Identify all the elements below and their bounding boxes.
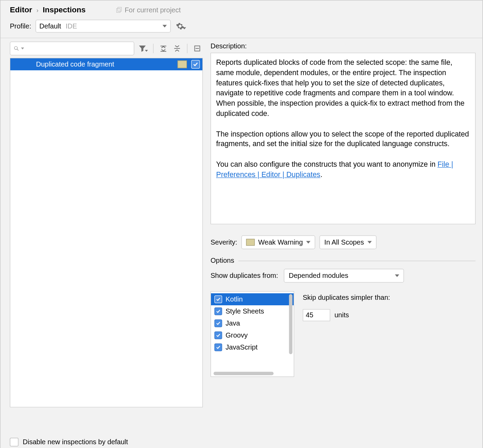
reset-button[interactable] xyxy=(192,44,202,54)
chevron-down-icon xyxy=(182,27,186,30)
description-label: Description: xyxy=(211,42,476,50)
language-label: Java xyxy=(226,319,240,327)
checkmark-icon xyxy=(216,309,221,314)
divider xyxy=(238,260,475,261)
show-duplicates-label: Show duplicates from: xyxy=(211,272,278,280)
chevron-down-icon xyxy=(395,274,400,277)
skip-label: Skip duplicates simpler than: xyxy=(303,294,390,302)
inspection-enabled-checkbox[interactable] xyxy=(191,60,200,69)
description-paragraph: The inspection options allow you to sele… xyxy=(216,129,470,149)
language-checkbox[interactable] xyxy=(214,331,222,339)
profile-select[interactable]: Default IDE xyxy=(35,20,170,33)
scope-value: In All Scopes xyxy=(324,238,364,246)
language-item[interactable]: Kotlin xyxy=(211,293,294,305)
severity-swatch xyxy=(178,60,187,68)
skip-area: Skip duplicates simpler than: units xyxy=(303,291,390,377)
svg-rect-1 xyxy=(118,7,121,11)
tree-toolbar xyxy=(10,42,203,55)
checkmark-icon xyxy=(216,321,221,326)
description-paragraph: You can also configure the constructs th… xyxy=(216,160,470,180)
inspection-tree[interactable]: Duplicated code fragment xyxy=(10,58,203,408)
show-duplicates-value: Depended modules xyxy=(289,272,348,280)
svg-rect-0 xyxy=(116,9,120,13)
checkmark-icon xyxy=(192,61,199,68)
search-input[interactable] xyxy=(10,42,134,55)
breadcrumb: Editor › Inspections For current project xyxy=(0,0,482,17)
inspection-details-column: Description: Reports duplicated blocks o… xyxy=(211,42,476,407)
severity-value: Weak Warning xyxy=(258,238,303,246)
severity-swatch xyxy=(246,239,255,246)
inspection-name: Duplicated code fragment xyxy=(36,60,173,68)
inspection-duplicated-code[interactable]: Duplicated code fragment xyxy=(10,58,202,70)
search-icon xyxy=(14,46,19,52)
language-item[interactable]: Groovy xyxy=(211,329,294,341)
reset-icon xyxy=(194,45,201,52)
checkmark-icon xyxy=(216,345,221,350)
search-text[interactable] xyxy=(26,44,130,52)
profile-label: Profile: xyxy=(10,22,31,30)
disable-new-inspections-checkbox[interactable] xyxy=(10,438,19,446)
language-checkbox[interactable] xyxy=(214,343,222,351)
language-checkbox[interactable] xyxy=(214,319,222,327)
checkmark-icon xyxy=(216,297,221,302)
scrollbar-vertical[interactable] xyxy=(289,294,293,354)
profile-badge: IDE xyxy=(66,22,77,30)
language-label: Groovy xyxy=(226,331,248,339)
language-checkbox[interactable] xyxy=(214,307,222,315)
filter-button[interactable] xyxy=(139,44,148,54)
for-current-project-label: For current project xyxy=(125,6,180,14)
disable-new-inspections-label: Disable new inspections by default xyxy=(23,438,128,446)
profile-selected: Default xyxy=(39,22,61,30)
svg-line-3 xyxy=(17,49,19,50)
chevron-down-icon xyxy=(145,49,148,52)
expand-all-button[interactable] xyxy=(159,44,168,54)
chevron-right-icon: › xyxy=(36,7,38,13)
separator xyxy=(187,44,187,54)
profile-settings-button[interactable] xyxy=(175,20,187,32)
description-box: Reports duplicated blocks of code from t… xyxy=(211,53,476,224)
language-item[interactable]: JavaScript xyxy=(211,341,294,353)
breadcrumb-editor[interactable]: Editor xyxy=(10,5,32,14)
language-label: Kotlin xyxy=(226,295,243,303)
scope-select[interactable]: In All Scopes xyxy=(320,235,377,249)
skip-units-input[interactable] xyxy=(303,309,330,321)
severity-label: Severity: xyxy=(211,238,237,246)
chevron-down-icon xyxy=(162,25,167,28)
checkmark-icon xyxy=(216,333,221,338)
breadcrumb-inspections[interactable]: Inspections xyxy=(43,5,86,14)
language-label: Style Sheets xyxy=(226,307,264,315)
chevron-down-icon xyxy=(21,47,24,50)
collapse-all-icon xyxy=(173,45,181,52)
severity-select[interactable]: Weak Warning xyxy=(242,235,315,249)
options-separator: Options xyxy=(211,257,476,265)
show-duplicates-select[interactable]: Depended modules xyxy=(284,269,404,283)
chevron-down-icon xyxy=(306,241,311,244)
scrollbar-horizontal[interactable] xyxy=(214,372,274,375)
content-area: Duplicated code fragment Description: Re… xyxy=(0,38,482,407)
profile-row: Profile: Default IDE xyxy=(0,17,482,38)
description-paragraph: Reports duplicated blocks of code from t… xyxy=(216,58,470,119)
svg-point-2 xyxy=(14,46,17,49)
collapse-all-button[interactable] xyxy=(173,44,182,54)
inspections-settings-panel: Editor › Inspections For current project… xyxy=(0,0,483,448)
chevron-down-icon xyxy=(367,241,372,244)
language-label: JavaScript xyxy=(226,343,258,351)
language-checkbox[interactable] xyxy=(214,295,222,303)
options-bottom: KotlinStyle SheetsJavaGroovyJavaScript S… xyxy=(211,291,476,377)
copy-icon xyxy=(116,7,122,13)
inspection-tree-column: Duplicated code fragment xyxy=(10,42,203,407)
language-item[interactable]: Java xyxy=(211,317,294,329)
language-list[interactable]: KotlinStyle SheetsJavaGroovyJavaScript xyxy=(211,291,294,377)
footer-bar: Disable new inspections by default xyxy=(10,438,128,446)
for-current-project-hint: For current project xyxy=(116,6,181,14)
separator xyxy=(153,44,153,54)
language-item[interactable]: Style Sheets xyxy=(211,305,294,317)
severity-row: Severity: Weak Warning In All Scopes xyxy=(211,235,476,249)
skip-units-label: units xyxy=(334,311,349,319)
expand-all-icon xyxy=(160,45,167,52)
options-heading: Options xyxy=(211,257,234,265)
show-duplicates-row: Show duplicates from: Depended modules xyxy=(211,269,476,283)
